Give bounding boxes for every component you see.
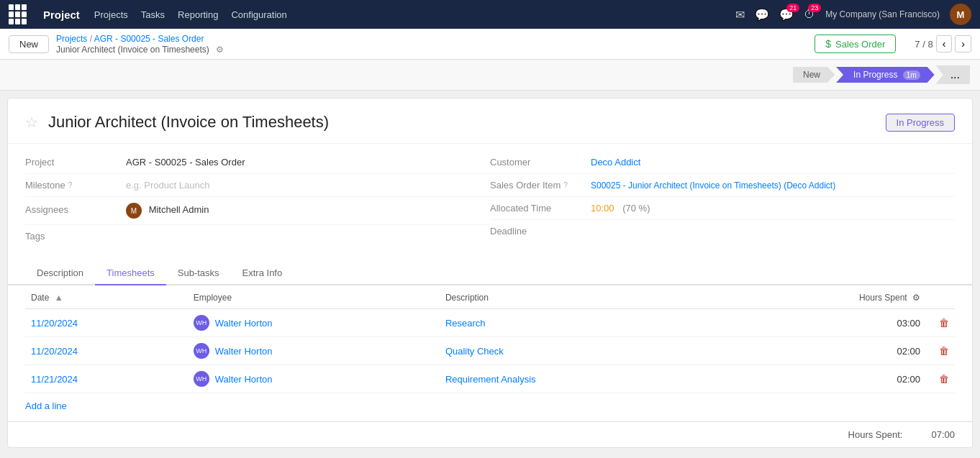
col-hours[interactable]: Hours Spent ⚙ (724, 285, 926, 309)
hours-spent-label: Hours Spent: (848, 429, 903, 440)
cell-hours: 03:00 (724, 309, 926, 337)
status-bar: New In Progress 1m ... (0, 60, 980, 91)
employee-name[interactable]: Walter Horton (215, 374, 273, 385)
navbar: Project Projects Tasks Reporting Configu… (0, 0, 980, 29)
employee-name[interactable]: Walter Horton (215, 318, 273, 329)
chat-badge: 21 (786, 4, 799, 12)
cell-delete: 🗑 (926, 337, 955, 365)
sort-icon: ▲ (55, 293, 63, 303)
cell-employee: WH Walter Horton (188, 309, 440, 337)
table-footer: Hours Spent: 07:00 (8, 421, 972, 447)
value-customer[interactable]: Deco Addict (591, 157, 955, 168)
new-button[interactable]: New (9, 35, 49, 53)
cell-description[interactable]: Quality Check (440, 337, 724, 365)
clock-badge: 23 (808, 4, 821, 12)
task-header: ☆ Junior Architect (Invoice on Timesheet… (8, 99, 972, 144)
table-row: 11/21/2024 WH Walter Horton Requirement … (25, 365, 955, 393)
value-allocated-time: 10:00 (70 %) (591, 203, 955, 214)
cell-date[interactable]: 11/20/2024 (25, 309, 188, 337)
tab-description[interactable]: Description (25, 262, 95, 285)
breadcrumb-current: Junior Architect (Invoice on Timesheets) (56, 45, 209, 55)
star-icon[interactable]: ☆ (25, 114, 38, 131)
timesheets-table: Date ▲ Employee Description Hours Spent … (25, 285, 955, 393)
apps-menu-icon[interactable] (9, 4, 29, 24)
cell-description[interactable]: Research (440, 309, 724, 337)
breadcrumb-sales-order[interactable]: AGR - S00025 - Sales Order (94, 34, 204, 44)
delete-row-button[interactable]: 🗑 (939, 373, 949, 385)
hours-spent-total: 07:00 (931, 429, 955, 440)
whatsapp-icon[interactable]: 💬 (755, 8, 769, 22)
email-icon[interactable]: ✉ (735, 8, 745, 22)
fields-left: Project AGR - S00025 - Sales Order Miles… (25, 151, 490, 247)
user-avatar[interactable]: M (950, 4, 971, 25)
label-assignees: Assignees (25, 204, 126, 215)
employee-avatar: WH (194, 343, 209, 359)
navbar-brand[interactable]: Project (43, 9, 80, 21)
employee-avatar: WH (194, 315, 209, 331)
status-step-new[interactable]: New (793, 67, 835, 83)
tab-extra-info[interactable]: Extra Info (231, 262, 294, 285)
chat-icon[interactable]: 💬21 (779, 8, 794, 22)
sales-order-button[interactable]: $ Sales Order (815, 35, 896, 53)
label-sales-order-item: Sales Order Item ? (490, 180, 591, 191)
employee-name[interactable]: Walter Horton (215, 346, 273, 357)
field-customer: Customer Deco Addict (490, 151, 955, 174)
cell-employee: WH Walter Horton (188, 365, 440, 393)
delete-row-button[interactable]: 🗑 (939, 317, 949, 329)
nav-next-button[interactable]: › (955, 35, 971, 52)
cell-delete: 🗑 (926, 365, 955, 393)
cell-date[interactable]: 11/20/2024 (25, 337, 188, 365)
label-tags: Tags (25, 231, 126, 242)
cell-description[interactable]: Requirement Analysis (440, 365, 724, 393)
allocated-percent: (70 %) (622, 203, 650, 214)
add-line-button[interactable]: Add a line (8, 393, 972, 418)
clock-icon[interactable]: ⏱23 (804, 8, 815, 21)
settings-icon[interactable]: ⚙ (216, 45, 224, 55)
tab-subtasks[interactable]: Sub-tasks (166, 262, 231, 285)
col-employee[interactable]: Employee (188, 285, 440, 309)
nav-tasks[interactable]: Tasks (141, 9, 165, 20)
field-sales-order-item: Sales Order Item ? S00025 - Junior Archi… (490, 174, 955, 197)
nav-arrows: 7 / 8 ‹ › (915, 35, 971, 52)
tabs-bar: Description Timesheets Sub-tasks Extra I… (8, 262, 972, 285)
tab-timesheets[interactable]: Timesheets (95, 262, 166, 285)
field-assignees: Assignees M Mitchell Admin (25, 197, 490, 225)
table-row: 11/20/2024 WH Walter Horton Research 03:… (25, 309, 955, 337)
milestone-tooltip[interactable]: ? (68, 181, 73, 189)
nav-configuration[interactable]: Configuration (231, 9, 286, 20)
field-project: Project AGR - S00025 - Sales Order (25, 151, 490, 174)
fields-grid: Project AGR - S00025 - Sales Order Miles… (8, 144, 972, 255)
col-date[interactable]: Date ▲ (25, 285, 188, 309)
hours-settings-icon[interactable]: ⚙ (912, 293, 920, 303)
cell-hours: 02:00 (724, 337, 926, 365)
table-row: 11/20/2024 WH Walter Horton Quality Chec… (25, 337, 955, 365)
navbar-links: Projects Tasks Reporting Configuration (94, 9, 287, 20)
cell-hours: 02:00 (724, 365, 926, 393)
status-badge-time: 1m (903, 70, 920, 80)
field-milestone[interactable]: Milestone ? e.g. Product Launch (25, 174, 490, 197)
label-milestone: Milestone ? (25, 180, 126, 191)
task-status-button[interactable]: In Progress (886, 114, 955, 132)
breadcrumb-projects[interactable]: Projects (56, 34, 87, 44)
status-step-inprogress[interactable]: In Progress 1m (836, 67, 935, 83)
main-content: ☆ Junior Architect (Invoice on Timesheet… (7, 98, 973, 448)
nav-projects[interactable]: Projects (94, 9, 128, 20)
cell-delete: 🗑 (926, 309, 955, 337)
sales-order-tooltip[interactable]: ? (563, 181, 568, 189)
label-allocated-time: Allocated Time (490, 203, 591, 214)
value-milestone[interactable]: e.g. Product Launch (126, 180, 490, 191)
nav-prev-button[interactable]: ‹ (936, 35, 953, 52)
value-sales-order-item[interactable]: S00025 - Junior Architect (Invoice on Ti… (591, 180, 955, 191)
nav-reporting[interactable]: Reporting (178, 9, 218, 20)
allocated-hours[interactable]: 10:00 (591, 203, 614, 214)
breadcrumb: Projects / AGR - S00025 - Sales Order Ju… (56, 33, 224, 55)
status-more-button[interactable]: ... (936, 65, 970, 84)
assignee-avatar: M (126, 203, 142, 219)
label-deadline: Deadline (490, 226, 591, 237)
col-description[interactable]: Description (440, 285, 724, 309)
delete-row-button[interactable]: 🗑 (939, 345, 949, 357)
fields-right: Customer Deco Addict Sales Order Item ? … (490, 151, 955, 247)
value-assignees[interactable]: M Mitchell Admin (126, 203, 490, 219)
nav-counter: 7 / 8 (915, 39, 933, 50)
cell-date[interactable]: 11/21/2024 (25, 365, 188, 393)
